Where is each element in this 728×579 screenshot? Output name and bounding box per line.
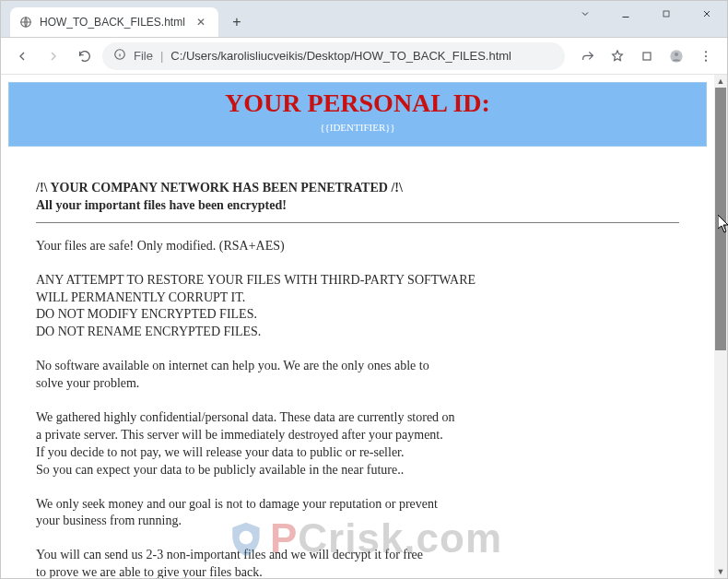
svg-point-5 — [675, 53, 678, 56]
menu-icon[interactable] — [692, 42, 720, 70]
close-tab-icon[interactable]: ✕ — [193, 14, 209, 30]
globe-icon — [19, 16, 32, 29]
ransom-line: If you decide to not pay, we will releas… — [36, 444, 679, 462]
address-path: C:/Users/karolisliucveikis/Desktop/HOW_T… — [170, 49, 511, 63]
chevron-down-icon[interactable] — [565, 0, 605, 28]
svg-point-8 — [705, 59, 707, 61]
ransom-line: a private server. This server will be im… — [36, 427, 679, 444]
ransom-para-3: No software available on internet can he… — [36, 358, 679, 393]
scroll-down-icon[interactable]: ▼ — [714, 565, 727, 578]
ransom-line: DO NOT RENAME ENCRYPTED FILES. — [36, 324, 679, 341]
ransom-body: /!\ YOUR COMPANY NETWORK HAS BEEN PENETR… — [8, 147, 707, 578]
page-viewport: YOUR PERSONAL ID: {{IDENTIFIER}} /!\ YOU… — [1, 75, 727, 578]
ransom-para-5: We only seek money and our goal is not t… — [36, 496, 679, 531]
ransom-line: You will can send us 2-3 non-important f… — [36, 547, 679, 564]
ransom-line: We gathered highly confidential/personal… — [36, 409, 679, 427]
browser-window: HOW_TO_BACK_FILES.html ✕ + — [0, 0, 728, 579]
ransom-line: your business from running. — [36, 513, 679, 530]
ransom-line: DO NOT MODIFY ENCRYPTED FILES. — [36, 306, 679, 324]
ransom-para-6: You will can send us 2-3 non-important f… — [36, 547, 679, 578]
close-window-button[interactable] — [687, 0, 727, 28]
share-icon[interactable] — [574, 42, 602, 70]
toolbar-right-icons — [569, 42, 720, 70]
cursor-icon — [718, 215, 728, 233]
titlebar: HOW_TO_BACK_FILES.html ✕ + — [1, 1, 727, 38]
banner-title: YOUR PERSONAL ID: — [9, 89, 706, 118]
svg-rect-3 — [643, 53, 651, 60]
window-controls — [565, 0, 727, 37]
minimize-button[interactable] — [605, 0, 646, 28]
headline-1: /!\ YOUR COMPANY NETWORK HAS BEEN PENETR… — [36, 180, 679, 197]
scroll-up-icon[interactable]: ▲ — [714, 75, 727, 88]
extensions-icon[interactable] — [633, 42, 661, 70]
id-banner: YOUR PERSONAL ID: {{IDENTIFIER}} — [8, 82, 707, 147]
address-bar[interactable]: File | C:/Users/karolisliucveikis/Deskto… — [102, 42, 565, 70]
ransom-line: WILL PERMANENTLY CORRUPT IT. — [36, 290, 679, 307]
back-button[interactable] — [8, 42, 36, 70]
maximize-button[interactable] — [646, 0, 687, 28]
banner-id: {{IDENTIFIER}} — [9, 122, 706, 133]
ransom-line: to prove we are able to give your files … — [36, 564, 679, 578]
reload-button[interactable] — [71, 42, 99, 70]
svg-point-6 — [705, 51, 707, 53]
browser-tab[interactable]: HOW_TO_BACK_FILES.html ✕ — [10, 7, 218, 37]
ransom-line: ANY ATTEMPT TO RESTORE YOUR FILES WITH T… — [36, 272, 679, 290]
address-separator: | — [160, 49, 163, 63]
svg-point-7 — [705, 54, 707, 56]
ransom-line: Your files are safe! Only modified. (RSA… — [36, 238, 679, 255]
ransom-para-1: Your files are safe! Only modified. (RSA… — [36, 238, 679, 255]
tab-title: HOW_TO_BACK_FILES.html — [40, 16, 185, 29]
ransom-line: solve your problem. — [36, 375, 679, 393]
divider — [36, 222, 679, 223]
headline-2: All your important files have been encry… — [36, 197, 679, 215]
ransom-para-2: ANY ATTEMPT TO RESTORE YOUR FILES WITH T… — [36, 272, 679, 342]
ransom-line: We only seek money and our goal is not t… — [36, 496, 679, 514]
bookmark-icon[interactable] — [604, 42, 631, 70]
new-tab-button[interactable]: + — [224, 9, 250, 35]
profile-icon[interactable] — [663, 42, 690, 70]
ransom-para-4: We gathered highly confidential/personal… — [36, 409, 679, 479]
vertical-scrollbar[interactable]: ▲ ▼ — [714, 75, 727, 578]
svg-rect-1 — [663, 11, 669, 17]
page-content: YOUR PERSONAL ID: {{IDENTIFIER}} /!\ YOU… — [1, 75, 714, 578]
forward-button[interactable] — [40, 42, 67, 70]
info-icon[interactable] — [113, 48, 126, 64]
ransom-line: So you can expect your data to be public… — [36, 462, 679, 479]
toolbar: File | C:/Users/karolisliucveikis/Deskto… — [1, 38, 727, 75]
scheme-label: File — [134, 49, 153, 63]
ransom-line: No software available on internet can he… — [36, 358, 679, 375]
